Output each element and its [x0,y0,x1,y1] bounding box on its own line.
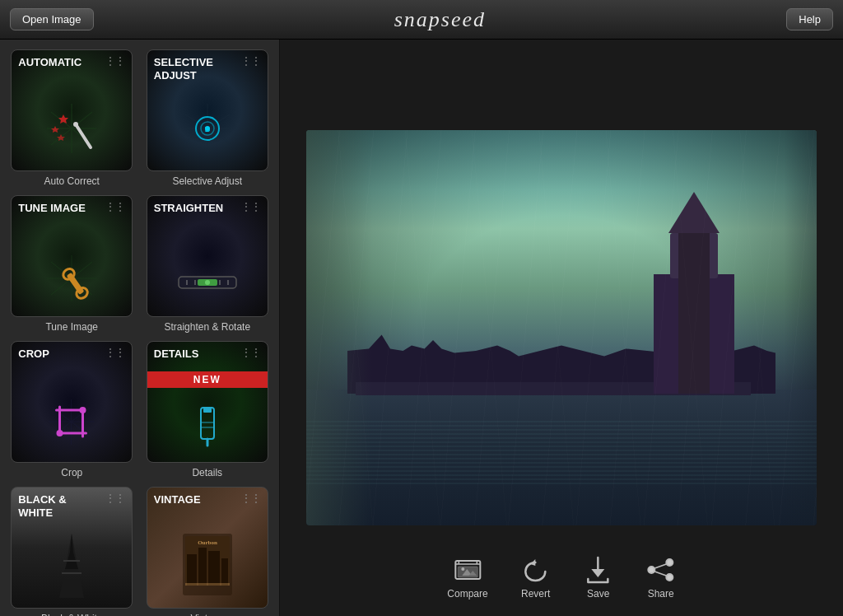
svg-point-85 [649,567,655,573]
tool-straighten-name: STRAIGHTEN [154,202,224,215]
svg-line-30 [51,278,72,295]
help-button[interactable]: Help [786,8,833,30]
tool-crop-label: Crop [61,467,82,478]
photo-panel: Compare Revert [280,40,843,616]
grip-icon7: ⋮⋮ [105,493,125,503]
svg-rect-58 [203,408,212,413]
tools-panel: AUTOMATIC ⋮⋮ [0,40,280,616]
grip-icon6: ⋮⋮ [241,348,261,357]
scratches-overlay [306,130,817,525]
tool-tune[interactable]: TUNE IMAGE ⋮⋮ [8,195,136,333]
svg-point-38 [205,280,210,285]
photo-canvas [306,130,817,525]
open-image-button[interactable]: Open Image [10,8,94,30]
svg-line-87 [655,564,667,568]
tool-straighten-label: Straighten & Rotate [164,321,250,333]
svg-point-55 [57,430,63,436]
share-button[interactable]: Share [646,555,676,600]
top-bar: Open Image snapseed Help [0,0,843,40]
svg-point-81 [461,567,464,571]
svg-point-86 [667,574,673,581]
grip-icon2: ⋮⋮ [241,56,261,66]
tool-bw-name: BLACK &WHITE [18,493,67,519]
revert-icon [521,555,551,585]
tool-selective-label: Selective Adjust [172,175,242,187]
bottom-toolbar: Compare Revert [447,555,675,600]
new-badge: NEW [147,371,268,388]
svg-rect-68 [187,554,197,586]
svg-marker-9 [51,126,59,133]
tool-details-name: DETAILS [154,348,199,361]
tool-automatic-name: AUTOMATIC [18,56,82,69]
tool-selective[interactable]: SELECTIVEADJUST ⋮⋮ [144,49,272,187]
svg-marker-63 [65,534,78,569]
grip-icon5: ⋮⋮ [105,348,125,357]
compare-button[interactable]: Compare [447,555,487,600]
grip-icon3: ⋮⋮ [105,202,125,212]
tool-automatic[interactable]: AUTOMATIC ⋮⋮ [8,49,136,187]
tool-crop-name: CROP [18,348,49,361]
tool-tune-label: Tune Image [45,321,98,333]
svg-rect-72 [185,583,230,586]
main-layout: AUTOMATIC ⋮⋮ [0,40,843,616]
tool-vintage-name: VINTAGE [154,493,201,506]
share-label: Share [648,588,674,600]
tool-details-label: Details [192,467,222,478]
svg-point-56 [80,407,86,413]
tool-bw-label: Black & White [41,613,103,616]
tool-straighten[interactable]: STRAIGHTEN ⋮⋮ [144,195,272,333]
compare-icon [453,555,482,585]
tool-vintage-label: Vintage [191,613,224,616]
tool-automatic-label: Auto Correct [44,175,100,187]
tool-details[interactable]: DETAILS ⋮⋮ NEW Details [144,341,272,478]
svg-rect-70 [208,551,220,586]
svg-point-12 [73,122,78,127]
share-icon [646,555,676,585]
svg-marker-83 [592,569,605,577]
grip-icon: ⋮⋮ [105,56,125,66]
svg-rect-71 [221,558,228,586]
svg-point-84 [667,559,673,566]
tool-tune-name: TUNE IMAGE [18,202,86,215]
grip-icon4: ⋮⋮ [241,202,261,212]
tool-selective-name: SELECTIVEADJUST [154,56,213,82]
grip-icon8: ⋮⋮ [241,493,261,503]
svg-line-11 [76,124,91,147]
compare-label: Compare [447,588,487,600]
tool-crop[interactable]: CROP ⋮⋮ [8,341,136,478]
app-title: snapseed [394,7,486,32]
save-label: Save [587,588,609,600]
photo-display [306,130,817,525]
svg-line-88 [655,572,667,576]
save-button[interactable]: Save [584,555,613,600]
svg-text:B: B [205,125,211,133]
tool-bw[interactable]: BLACK &WHITE ⋮⋮ Black & White [8,487,136,616]
tool-vintage[interactable]: VINTAGE ⋮⋮ [144,487,272,616]
revert-label: Revert [521,588,550,600]
svg-rect-69 [198,548,207,586]
save-icon [584,555,613,585]
svg-text:Ourbon: Ourbon [198,539,217,546]
revert-button[interactable]: Revert [521,555,551,600]
